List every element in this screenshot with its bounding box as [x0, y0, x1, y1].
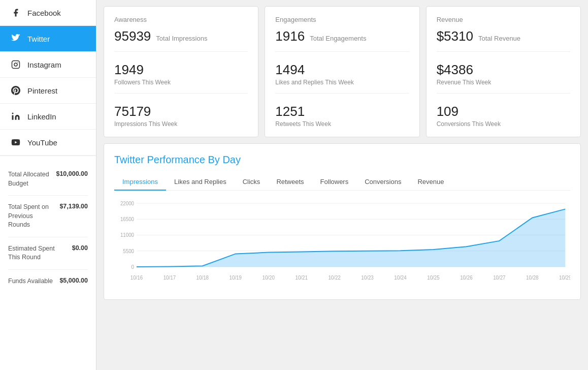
sidebar-item-instagram[interactable]: Instagram [0, 52, 96, 78]
stat-main-engagements: 1916 Total Engagements [275, 28, 409, 52]
budget-estimated-label: Estimated Spent This Round [8, 244, 68, 262]
stat-week2-label-engagements: Retweets This Week [275, 120, 409, 128]
stat-week1-label-revenue: Revenue This Week [437, 79, 570, 86]
chart-tab-retweets[interactable]: Retweets [268, 174, 312, 191]
stat-week2-engagements: 1251 Retweets This Week [275, 101, 409, 128]
budget-allocated-value: $10,000.00 [56, 170, 88, 177]
svg-text:10/19: 10/19 [230, 275, 242, 281]
youtube-icon [10, 137, 21, 148]
sidebar-item-pinterest[interactable]: Pinterest [0, 78, 96, 104]
svg-text:10/24: 10/24 [394, 275, 407, 281]
sidebar-item-label-pinterest: Pinterest [27, 86, 57, 95]
stat-week1-engagements: 1494 Likes and Replies This Week [275, 59, 409, 94]
sidebar-item-facebook[interactable]: Facebook [0, 0, 96, 26]
stat-header-engagements: Engagements [275, 16, 409, 23]
stat-week2-num-engagements: 1251 [275, 104, 409, 119]
svg-text:5500: 5500 [123, 249, 134, 254]
svg-text:22000: 22000 [120, 201, 135, 206]
svg-text:10/26: 10/26 [460, 275, 473, 281]
stat-main-revenue: $5310 Total Revenue [437, 28, 570, 52]
svg-text:16500: 16500 [120, 217, 135, 222]
stat-week2-label-awareness: Impressions This Week [114, 120, 248, 128]
instagram-icon [10, 59, 21, 70]
stat-week1-num-engagements: 1494 [275, 62, 409, 78]
svg-text:10/25: 10/25 [427, 275, 440, 281]
chart-tab-clicks[interactable]: Clicks [235, 174, 269, 191]
stat-week1-revenue: $4386 Revenue This Week [437, 59, 570, 94]
chart-tab-followers[interactable]: Followers [312, 174, 357, 191]
stat-week1-num-awareness: 1949 [114, 62, 248, 78]
stat-week1-label-awareness: Followers This Week [114, 79, 248, 86]
stat-week1-label-engagements: Likes and Replies This Week [275, 79, 409, 86]
sidebar-item-label-twitter: Twitter [27, 35, 50, 43]
sidebar-item-label-linkedin: LinkedIn [27, 112, 56, 121]
stats-row: Awareness 95939 Total Impressions 1949 F… [96, 0, 588, 143]
chart-tab-conversions[interactable]: Conversions [356, 174, 409, 191]
sidebar-item-label-facebook: Facebook [27, 9, 61, 17]
svg-text:10/16: 10/16 [130, 275, 143, 281]
stat-total-label-revenue: Total Revenue [478, 35, 520, 42]
pinterest-icon [10, 85, 21, 96]
linkedin-icon [10, 111, 21, 122]
chart-section: Twitter Performance By Day ImpressionsLi… [104, 143, 581, 300]
main-content: Awareness 95939 Total Impressions 1949 F… [96, 0, 588, 370]
budget-funds-label: Funds Available [8, 277, 55, 286]
stat-total-num-engagements: 1916 [275, 28, 305, 44]
stat-card-awareness: Awareness 95939 Total Impressions 1949 F… [104, 6, 258, 137]
stat-week2-awareness: 75179 Impressions This Week [114, 101, 248, 128]
svg-text:10/22: 10/22 [328, 275, 340, 281]
sidebar-item-linkedin[interactable]: LinkedIn [0, 104, 96, 130]
svg-point-1 [14, 63, 17, 66]
sidebar-item-twitter[interactable]: Twitter [0, 26, 96, 52]
chart-tabs: ImpressionsLikes and RepliesClicksRetwee… [114, 174, 570, 191]
chart-svg: 2200016500110005500010/1610/1710/1810/19… [114, 201, 570, 292]
svg-point-3 [12, 113, 14, 114]
svg-rect-0 [12, 61, 20, 69]
svg-text:10/21: 10/21 [295, 275, 308, 281]
chart-tab-revenue[interactable]: Revenue [409, 174, 452, 191]
svg-point-2 [17, 62, 18, 63]
stat-week1-num-revenue: $4386 [437, 62, 570, 78]
budget-spent-label: Total Spent on Previous Rounds [8, 203, 55, 230]
twitter-icon [10, 33, 21, 44]
budget-row-spent: Total Spent on Previous Rounds $7,139.00 [8, 196, 88, 237]
facebook-icon [10, 7, 21, 18]
chart-container: 2200016500110005500010/1610/1710/1810/19… [114, 201, 570, 294]
svg-text:10/20: 10/20 [263, 275, 275, 281]
nav-section: Facebook Twitter Instagram Pinterest Lin… [0, 0, 96, 156]
chart-tab-impressions[interactable]: Impressions [114, 174, 166, 191]
sidebar: Facebook Twitter Instagram Pinterest Lin… [0, 0, 96, 370]
budget-row-estimated: Estimated Spent This Round $0.00 [8, 237, 88, 270]
sidebar-item-label-instagram: Instagram [27, 60, 61, 69]
budget-section: Total Allocated Budget $10,000.00 Total … [0, 156, 96, 370]
budget-estimated-value: $0.00 [72, 244, 88, 252]
svg-text:10/27: 10/27 [493, 275, 505, 281]
budget-funds-value: $5,000.00 [59, 277, 88, 284]
stat-total-num-revenue: $5310 [437, 28, 473, 44]
chart-tab-likes-and-replies[interactable]: Likes and Replies [166, 174, 235, 191]
stat-total-label-engagements: Total Engagements [310, 35, 366, 42]
stat-week2-label-revenue: Conversions This Week [437, 120, 570, 128]
stat-week2-revenue: 109 Conversions This Week [437, 101, 570, 128]
budget-row-allocated: Total Allocated Budget $10,000.00 [8, 163, 88, 196]
stat-week1-awareness: 1949 Followers This Week [114, 59, 248, 94]
budget-row-funds: Funds Available $5,000.00 [8, 270, 88, 293]
sidebar-item-label-youtube: YouTube [27, 138, 57, 147]
svg-text:10/23: 10/23 [361, 275, 374, 281]
stat-card-engagements: Engagements 1916 Total Engagements 1494 … [265, 6, 419, 137]
svg-text:11000: 11000 [120, 232, 135, 238]
stat-week2-num-revenue: 109 [437, 104, 570, 119]
svg-text:0: 0 [132, 264, 135, 270]
stat-header-revenue: Revenue [437, 16, 570, 23]
svg-text:10/28: 10/28 [526, 275, 539, 281]
stat-total-num-awareness: 95939 [114, 28, 151, 44]
stat-header-awareness: Awareness [114, 16, 248, 23]
budget-spent-value: $7,139.00 [59, 203, 88, 210]
budget-allocated-label: Total Allocated Budget [8, 170, 52, 188]
svg-text:10/17: 10/17 [164, 275, 176, 281]
chart-title: Twitter Performance By Day [114, 154, 570, 166]
stat-week2-num-awareness: 75179 [114, 104, 248, 119]
svg-text:10/18: 10/18 [197, 275, 209, 281]
sidebar-item-youtube[interactable]: YouTube [0, 130, 96, 156]
stat-total-label-awareness: Total Impressions [156, 35, 207, 42]
